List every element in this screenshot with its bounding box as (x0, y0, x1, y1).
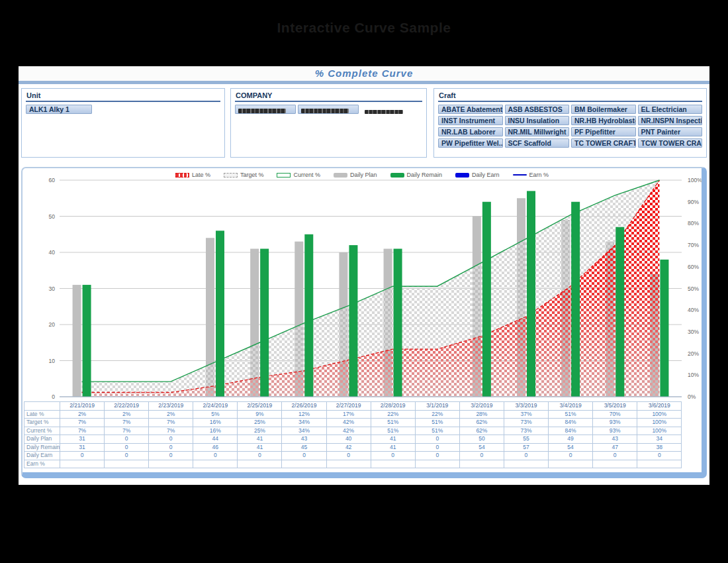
svg-text:10%: 10% (688, 372, 699, 378)
bar-remain-swatch (390, 173, 404, 178)
date-cell: 3/5/2019 (593, 402, 637, 411)
svg-text:80%: 80% (688, 220, 699, 227)
svg-text:70%: 70% (688, 242, 699, 248)
craft-slicer-item[interactable]: PNT Painter (638, 127, 703, 136)
date-cell: 3/3/2019 (504, 402, 548, 411)
value-cell: 55 (504, 435, 548, 444)
value-cell: 0 (105, 452, 149, 460)
svg-text:60%: 60% (688, 264, 699, 270)
value-cell: 43 (593, 435, 637, 444)
craft-slicer-item[interactable]: PF Pipefitter (571, 127, 636, 136)
legend-label: Daily Earn (472, 172, 500, 178)
craft-slicer-item[interactable]: NR.MIL Millwright (505, 127, 570, 136)
svg-text:30: 30 (49, 285, 56, 292)
craft-slicer-item[interactable]: NR.HB Hydroblaster (571, 116, 636, 125)
bar-plan-swatch (334, 173, 347, 178)
value-cell: 73% (504, 427, 548, 435)
value-cell: 40 (326, 435, 371, 444)
craft-slicer-item[interactable]: NR.LAB Laborer (438, 127, 503, 136)
value-cell (371, 460, 415, 468)
legend-item: Daily Plan (334, 172, 377, 178)
value-cell: 54 (549, 443, 593, 452)
value-cell (593, 460, 637, 468)
craft-slicer-item[interactable]: INSU Insulation (505, 116, 570, 125)
legend-item: Target % (224, 172, 264, 178)
value-cell (637, 460, 682, 468)
value-cell (193, 460, 238, 468)
date-cell: 3/6/2019 (637, 402, 682, 411)
value-cell: 7% (60, 419, 105, 427)
value-cell: 0 (149, 435, 193, 444)
value-cell: 42 (326, 443, 371, 452)
slicer-row: Unit ALK1 Alky 1 COMPANY Craft ABATE Aba… (19, 88, 709, 159)
value-cell: 7% (60, 427, 105, 435)
craft-slicer-item[interactable]: EL Electrician (638, 105, 703, 114)
date-cell: 3/2/2019 (459, 402, 504, 411)
value-cell: 51% (415, 427, 459, 435)
value-cell: 25% (238, 419, 282, 427)
craft-slicer-item[interactable]: PW Pipefitter Wel... (438, 138, 503, 148)
row-label-cell: Late % (24, 410, 60, 419)
sheet-title: % Complete Curve (19, 68, 709, 79)
area-red-swatch (175, 173, 189, 178)
svg-text:50: 50 (49, 213, 56, 220)
value-cell: 31 (60, 435, 105, 444)
date-cell: 2/25/2019 (238, 402, 282, 411)
value-cell (504, 460, 548, 468)
value-cell: 93% (593, 427, 637, 435)
value-cell: 73% (504, 419, 548, 427)
value-cell: 7% (105, 427, 149, 435)
company-slicer-item[interactable] (298, 105, 359, 114)
value-cell: 0 (415, 452, 459, 460)
value-cell: 12% (282, 410, 326, 419)
craft-slicer-item[interactable]: SCF Scaffold (505, 138, 570, 148)
craft-slicer-item[interactable]: TC TOWER CRAFT (571, 138, 636, 148)
company-slicer: COMPANY (230, 88, 427, 158)
value-cell: 84% (549, 419, 593, 427)
unit-slicer-item[interactable]: ALK1 Alky 1 (26, 105, 92, 114)
value-cell: 41 (371, 443, 415, 452)
company-slicer-item[interactable] (235, 105, 296, 114)
date-cell: 2/23/2019 (149, 402, 193, 411)
workbook-canvas: % Complete Curve Unit ALK1 Alky 1 COMPAN… (19, 66, 709, 485)
value-cell: 41 (238, 443, 282, 452)
value-cell: 41 (371, 435, 415, 444)
company-slicer-items (235, 105, 422, 117)
svg-text:30%: 30% (688, 329, 699, 335)
row-label-cell: Earn % (24, 460, 60, 468)
unit-slicer: Unit ALK1 Alky 1 (21, 88, 225, 158)
value-cell: 16% (193, 427, 238, 435)
craft-slicer-item[interactable]: ABATE Abatement (438, 105, 503, 114)
redacted-label (301, 109, 349, 113)
value-cell (105, 460, 149, 468)
value-cell (149, 460, 193, 468)
table-corner-cell (24, 402, 60, 411)
value-cell: 0 (549, 452, 593, 460)
svg-text:40: 40 (49, 249, 56, 256)
table-date-row: 2/21/20192/22/20192/23/20192/24/20192/25… (24, 402, 682, 411)
craft-slicer-item[interactable]: ASB ASBESTOS (505, 105, 570, 114)
value-cell: 46 (193, 443, 238, 452)
value-cell: 38 (637, 443, 682, 452)
chart-data-table: 2/21/20192/22/20192/23/20192/24/20192/25… (24, 401, 682, 468)
date-cell: 2/21/2019 (60, 402, 105, 411)
row-label-cell: Target % (24, 419, 60, 427)
value-cell: 0 (415, 435, 459, 444)
table-row: Daily Earn00000000000000 (24, 452, 682, 460)
craft-slicer-item[interactable]: BM Boilermaker (571, 105, 636, 114)
redacted-label (238, 109, 286, 113)
legend-item: Earn % (513, 172, 549, 178)
value-cell: 31 (60, 443, 105, 452)
craft-slicer-item[interactable]: INST Instrument (438, 116, 503, 125)
value-cell: 62% (459, 427, 504, 435)
svg-text:90%: 90% (688, 199, 699, 205)
combo-chart: 01020304050600%10%20%30%40%50%60%70%80%9… (23, 168, 702, 401)
value-cell: 0 (415, 443, 459, 452)
craft-slicer-item[interactable]: TCW TOWER CRAF... (638, 138, 703, 148)
value-cell: 0 (593, 452, 637, 460)
value-cell: 100% (637, 419, 682, 427)
area-current-swatch (277, 173, 291, 178)
craft-slicer-item[interactable]: NR.INSPN Inspecti... (638, 116, 703, 125)
value-cell: 34 (637, 435, 682, 444)
value-cell (549, 460, 593, 468)
